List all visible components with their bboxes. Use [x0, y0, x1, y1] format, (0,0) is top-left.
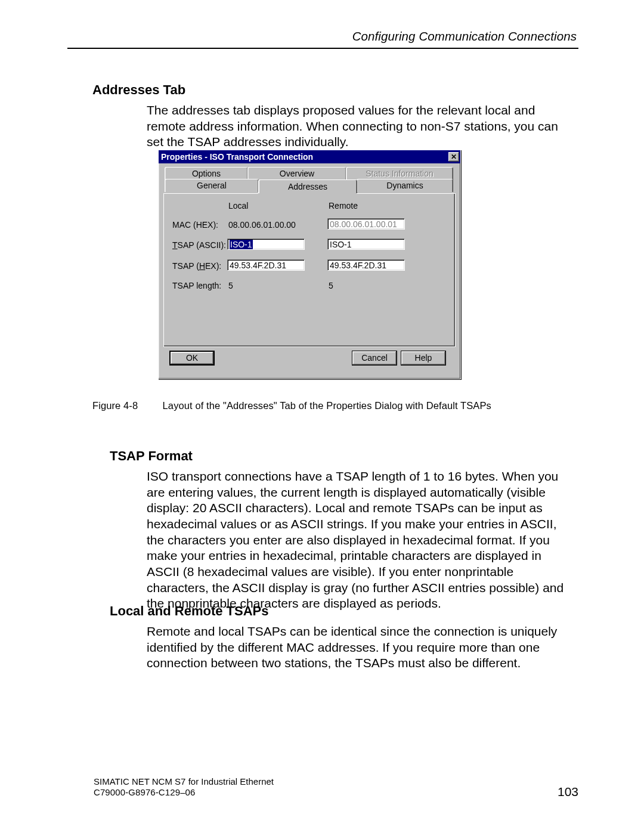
tab-panel-addresses: Local Remote MAC (HEX): TSAP (ASCII): TS… — [163, 193, 456, 347]
tab-strip: Options Overview Status Information Gene… — [163, 167, 456, 193]
page-number: 103 — [558, 784, 578, 800]
value-local-tsap-length: 5 — [228, 281, 233, 290]
column-header-local: Local — [228, 201, 248, 210]
tab-dynamics[interactable]: Dynamics — [357, 179, 453, 192]
figure-text: Layout of the "Addresses" Tab of the Pro… — [163, 400, 491, 411]
heading-tsap-format: TSAP Format — [110, 448, 193, 464]
tab-status-information[interactable]: Status Information — [346, 167, 453, 180]
properties-dialog: Properties - ISO Transport Connection ✕ … — [158, 150, 461, 379]
field-local-tsap-hex[interactable]: 49.53.4F.2D.31 — [227, 259, 305, 271]
page-footer: SIMATIC NET NCM S7 for Industrial Ethern… — [94, 776, 578, 799]
paragraph-tsap-format: ISO transport connections have a TSAP le… — [147, 469, 576, 612]
running-head: Configuring Communication Connections — [352, 29, 577, 44]
cancel-button[interactable]: Cancel — [352, 351, 397, 366]
footer-line-1: SIMATIC NET NCM S7 for Industrial Ethern… — [94, 776, 578, 788]
dialog-titlebar[interactable]: Properties - ISO Transport Connection ✕ — [159, 150, 460, 163]
tab-overview[interactable]: Overview — [247, 167, 346, 180]
label-tsap-length: TSAP length: — [172, 281, 221, 290]
value-local-mac: 08.00.06.01.00.00 — [228, 220, 296, 230]
ok-button[interactable]: OK — [169, 351, 215, 366]
column-header-remote: Remote — [329, 201, 358, 210]
tab-general[interactable]: General — [165, 179, 259, 192]
close-icon[interactable]: ✕ — [448, 152, 459, 162]
figure-label: Figure 4-8 — [92, 400, 138, 411]
value-remote-tsap-length: 5 — [329, 281, 333, 290]
tab-addresses[interactable]: Addresses — [258, 179, 357, 193]
field-remote-tsap-hex[interactable]: 49.53.4F.2D.31 — [327, 259, 405, 271]
field-remote-tsap-ascii[interactable]: ISO-1 — [327, 239, 405, 250]
heading-local-remote-tsaps: Local and Remote TSAPs — [110, 603, 269, 619]
header-rule — [67, 48, 578, 49]
field-remote-mac[interactable]: 08.00.06.01.00.01 — [327, 218, 405, 230]
label-mac: MAC (HEX): — [172, 220, 218, 230]
footer-line-2: C79000-G8976-C129–06 — [94, 787, 578, 798]
dialog-title: Properties - ISO Transport Connection — [161, 152, 448, 162]
tab-options[interactable]: Options — [165, 167, 248, 180]
label-tsap-hex: TSAP (HEX): — [172, 261, 221, 271]
paragraph-addresses-tab: The addresses tab displays proposed valu… — [147, 103, 576, 150]
figure-caption: Figure 4-8 Layout of the "Addresses" Tab… — [92, 400, 491, 411]
field-local-tsap-ascii[interactable]: ISO-1 — [227, 239, 305, 250]
label-tsap-ascii: TSAP (ASCII): — [172, 240, 226, 250]
heading-addresses-tab: Addresses Tab — [92, 82, 185, 98]
help-button[interactable]: Help — [401, 351, 446, 366]
paragraph-local-remote-tsaps: Remote and local TSAPs can be identical … — [147, 624, 576, 671]
